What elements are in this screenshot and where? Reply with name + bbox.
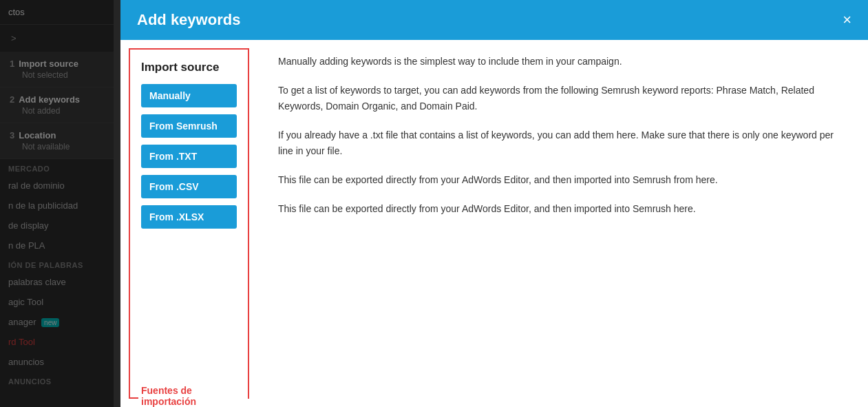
content-para-4: This file can be exported directly from … (278, 172, 847, 187)
content-para-3: If you already have a .txt file that con… (278, 127, 847, 158)
modal-header: Add keywords × (120, 0, 868, 40)
from-xlsx-button[interactable]: From .XLSX (141, 205, 237, 229)
manually-button[interactable]: Manually (141, 84, 237, 107)
from-semrush-button[interactable]: From Semrush (141, 114, 237, 138)
content-area: Manually adding keywords is the simplest… (257, 40, 868, 407)
from-csv-button[interactable]: From .CSV (141, 175, 237, 198)
modal-title: Add keywords (137, 11, 240, 29)
content-para-2: To get a list of keywords to target, you… (278, 83, 847, 114)
content-para-5: This file can be exported directly from … (278, 201, 847, 216)
content-para-1: Manually adding keywords is the simplest… (278, 54, 847, 69)
import-panel-title: Import source (141, 61, 237, 74)
modal: Add keywords × Import source Manually Fr… (120, 0, 868, 407)
from-txt-button[interactable]: From .TXT (141, 145, 237, 168)
import-annotation: Fuentes de importación (138, 385, 248, 407)
modal-body: Import source Manually From Semrush From… (120, 40, 868, 407)
import-source-panel: Import source Manually From Semrush From… (129, 48, 249, 399)
close-icon[interactable]: × (843, 12, 851, 28)
